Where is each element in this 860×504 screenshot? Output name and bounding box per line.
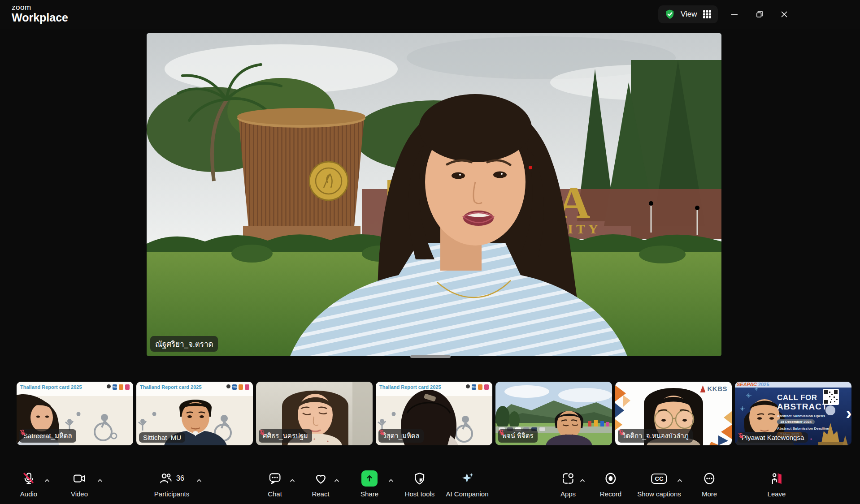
audio-button[interactable]: Audio <box>20 470 37 498</box>
audio-menu-chevron[interactable] <box>44 476 50 485</box>
participants-label: Participants <box>154 490 189 498</box>
poster-header: SEAPAC2025 <box>737 382 769 387</box>
captions-menu-chevron[interactable] <box>677 476 683 485</box>
video-label: Video <box>71 490 88 498</box>
slide-header: Thailand Report card 2025 TPAK <box>376 382 492 396</box>
muted-mic-icon <box>378 429 385 436</box>
participant-name: วิตติกา_จ.หนองบัวลำภู <box>622 431 689 441</box>
participant-tile[interactable]: พจน์ พิจิตร <box>495 382 612 445</box>
heart-icon <box>314 472 327 485</box>
slide-logos: TPAK <box>226 384 249 390</box>
gallery-view-icon[interactable] <box>703 10 712 19</box>
logo-icon <box>239 384 243 390</box>
share-menu-chevron[interactable] <box>388 476 394 485</box>
participant-tile[interactable]: Thailand Report card 2025 TPAK Sittichat… <box>136 382 253 445</box>
participant-name-badge: วิตติกา_จ.หนองบัวลำภู <box>618 429 693 443</box>
leave-button[interactable]: Leave <box>768 470 786 498</box>
leave-door-icon <box>770 472 783 485</box>
poster-title-line2: ABSTRACT <box>777 402 828 412</box>
participant-name: Sittichat_MU <box>143 434 181 441</box>
meeting-toolbar: Audio Video 36 P <box>0 466 860 504</box>
muted-mic-icon <box>259 429 265 436</box>
record-label: Record <box>600 490 621 498</box>
close-button[interactable] <box>776 6 792 22</box>
chat-label: Chat <box>268 490 282 498</box>
poster-header-left: SEAPAC <box>737 382 757 387</box>
react-button[interactable]: React <box>312 470 329 498</box>
filmstrip-drag-handle[interactable] <box>410 355 451 358</box>
record-button[interactable]: Record <box>600 470 621 498</box>
share-button[interactable]: Share <box>361 470 378 498</box>
participants-icon <box>159 472 173 485</box>
participant-name-badge: Satreerat_มหิดล <box>19 429 76 443</box>
ai-companion-button[interactable]: AI Companion <box>446 470 488 498</box>
participant-name-badge: พจน์ พิจิตร <box>498 429 538 443</box>
participant-tile[interactable]: Thailand Report card 2025 TPAK Satreerat… <box>17 382 133 445</box>
slide-title-text: Thailand Report card 2025 <box>140 384 202 390</box>
logo-icon <box>478 384 482 390</box>
logo-icon <box>466 384 470 388</box>
apps-menu-chevron[interactable] <box>580 476 586 485</box>
react-menu-chevron[interactable] <box>334 476 340 485</box>
speaker-name-badge: ณัฐศริยา_จ.ตราด <box>150 336 218 352</box>
muted-mic-icon <box>738 432 744 439</box>
slide-header: Thailand Report card 2025 TPAK <box>136 382 253 396</box>
filmstrip-next-button[interactable]: › <box>841 401 856 425</box>
share-screen-icon <box>361 470 378 487</box>
apps-button[interactable]: Apps <box>560 470 576 498</box>
tpak-logo-icon: TPAK <box>232 384 237 390</box>
muted-mic-icon <box>618 429 625 436</box>
logo-icon <box>125 384 130 390</box>
participant-name-badge: Piyawat Katewongsa <box>738 432 808 443</box>
chat-menu-chevron[interactable] <box>290 476 295 485</box>
participants-menu-chevron[interactable] <box>196 476 202 485</box>
view-button[interactable]: View <box>681 10 697 19</box>
minimize-button[interactable] <box>726 6 743 22</box>
participant-name: พจน์ พิจิตร <box>502 431 534 441</box>
muted-mic-icon <box>19 429 26 436</box>
participant-tile[interactable]: ศศิธร_นครปฐม <box>256 382 373 445</box>
video-menu-chevron[interactable] <box>97 476 103 485</box>
security-shield-icon[interactable] <box>665 9 675 20</box>
slide-header: Thailand Report card 2025 TPAK <box>17 382 133 396</box>
cc-icon: CC <box>652 474 667 484</box>
titlebar: zoom Workplace View <box>0 0 860 29</box>
more-button[interactable]: More <box>702 470 717 498</box>
zoom-logo: zoom Workplace <box>12 4 68 23</box>
main-speaker-video[interactable]: PHA RSITY <box>147 33 721 356</box>
slide-title-text: Thailand Report card 2025 <box>379 384 441 390</box>
participant-name: Satreerat_มหิดล <box>23 431 72 441</box>
slide-logos: TPAK <box>107 384 130 390</box>
participant-tile[interactable]: SEAPAC2025 CALL FOR ABSTRACT Abstract Su… <box>735 382 851 445</box>
show-captions-button[interactable]: CC Show captions <box>637 470 681 498</box>
participants-count: 36 <box>176 474 184 482</box>
poster-opens-label: Abstract Submission Opens <box>777 414 825 418</box>
host-tools-label: Host tools <box>405 490 435 498</box>
shield-icon <box>413 472 426 485</box>
kkbs-logo-text: KKBS <box>707 385 727 392</box>
logo-icon <box>245 384 249 390</box>
participants-button[interactable]: 36 Participants <box>154 470 189 498</box>
restore-button[interactable] <box>751 6 768 22</box>
record-icon <box>604 472 617 485</box>
zoom-meeting-window: zoom Workplace View <box>0 0 860 504</box>
logo-icon <box>107 384 111 388</box>
leave-label: Leave <box>768 490 786 498</box>
participant-tile[interactable]: KKBS วิตติกา_จ.หนองบัวลำภู <box>615 382 732 445</box>
host-tools-button[interactable]: Host tools <box>405 470 435 498</box>
audio-label: Audio <box>20 490 37 498</box>
ai-sparkle-icon <box>460 472 474 485</box>
video-button[interactable]: Video <box>71 470 88 498</box>
participant-name: ศศิธร_นครปฐม <box>263 431 308 441</box>
chat-button[interactable]: Chat <box>268 470 282 498</box>
participant-name-badge: Sittichat_MU <box>139 432 185 443</box>
participant-name-badge: ศศิธร_นครปฐม <box>259 429 312 443</box>
poster-opens-date: 15 December 2024 <box>777 419 815 424</box>
kkbs-logo-mark-icon <box>700 385 705 392</box>
participant-tile[interactable]: Thailand Report card 2025 TPAK วิสุตา_มห… <box>376 382 492 445</box>
participant-name: วิสุตา_มหิดล <box>382 431 420 441</box>
logo-icon <box>226 384 230 388</box>
apps-label: Apps <box>560 490 576 498</box>
kkbs-logo: KKBS <box>700 385 727 392</box>
tpak-logo-icon: TPAK <box>472 384 476 390</box>
